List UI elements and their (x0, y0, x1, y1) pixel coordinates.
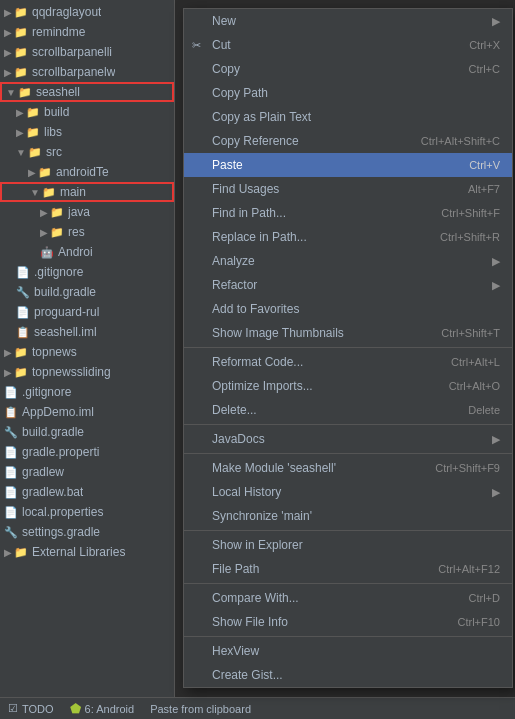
tree-item-src[interactable]: ▼📁src (0, 142, 174, 162)
file-icon: 📁 (14, 346, 28, 359)
arrow-icon: ▶ (4, 67, 12, 78)
menu-item-make-module[interactable]: Make Module 'seashell'Ctrl+Shift+F9 (184, 456, 512, 480)
android-label: 6: Android (85, 703, 135, 715)
submenu-arrow-icon: ▶ (492, 433, 500, 446)
file-icon: 📁 (50, 206, 64, 219)
tree-item-build-gradle2[interactable]: 🔧build.gradle (0, 422, 174, 442)
menu-separator (184, 424, 512, 425)
file-icon: 📁 (14, 26, 28, 39)
file-label: seashell (36, 85, 80, 99)
menu-separator (184, 453, 512, 454)
tree-item-seashell-iml[interactable]: 📋seashell.iml (0, 322, 174, 342)
file-icon: 📄 (4, 506, 18, 519)
menu-item-refactor[interactable]: Refactor▶ (184, 273, 512, 297)
android-icon: ⬟ (70, 701, 81, 716)
tree-item-AndroidM[interactable]: 🤖Androi (0, 242, 174, 262)
tree-item-gradlew[interactable]: 📄gradlew (0, 462, 174, 482)
file-label: res (68, 225, 85, 239)
tree-item-main[interactable]: ▼📁main (0, 182, 174, 202)
menu-item-file-path[interactable]: File PathCtrl+Alt+F12 (184, 557, 512, 581)
file-icon: 📋 (16, 326, 30, 339)
tree-item-scrollbarpanelli[interactable]: ▶📁scrollbarpanelli (0, 42, 174, 62)
tree-item-gitignore[interactable]: 📄.gitignore (0, 262, 174, 282)
menu-separator (184, 583, 512, 584)
menu-item-copy-ref[interactable]: Copy ReferenceCtrl+Alt+Shift+C (184, 129, 512, 153)
file-label: settings.gradle (22, 525, 100, 539)
file-icon: 🤖 (40, 246, 54, 259)
tree-item-topnews[interactable]: ▶📁topnews (0, 342, 174, 362)
menu-item-paste[interactable]: PasteCtrl+V (184, 153, 512, 177)
paste-status: Paste from clipboard (150, 703, 251, 715)
menu-item-copy-path[interactable]: Copy Path (184, 81, 512, 105)
tree-item-libs[interactable]: ▶📁libs (0, 122, 174, 142)
tree-item-gradle-prop[interactable]: 📄gradle.properti (0, 442, 174, 462)
tree-item-gradlew-bat[interactable]: 📄gradlew.bat (0, 482, 174, 502)
menu-label: HexView (212, 644, 259, 658)
menu-label: Show in Explorer (212, 538, 303, 552)
menu-item-javadocs[interactable]: JavaDocs▶ (184, 427, 512, 451)
file-icon: 🔧 (4, 426, 18, 439)
menu-item-new[interactable]: New▶ (184, 9, 512, 33)
menu-item-analyze[interactable]: Analyze▶ (184, 249, 512, 273)
menu-item-delete[interactable]: Delete...Delete (184, 398, 512, 422)
menu-item-reformat[interactable]: Reformat Code...Ctrl+Alt+L (184, 350, 512, 374)
menu-shortcut: Ctrl+Alt+F12 (438, 563, 500, 575)
file-label: scrollbarpanelli (32, 45, 112, 59)
tree-item-local-prop[interactable]: 📄local.properties (0, 502, 174, 522)
arrow-icon: ▼ (6, 87, 16, 98)
menu-shortcut: Ctrl+Alt+L (451, 356, 500, 368)
menu-item-hexview[interactable]: HexView (184, 639, 512, 663)
tree-item-seashell[interactable]: ▼📁seashell (0, 82, 174, 102)
bottom-bar: ☑ TODO ⬟ 6: Android Paste from clipboard (0, 697, 515, 719)
menu-item-show-file-info[interactable]: Show File InfoCtrl+F10 (184, 610, 512, 634)
android-panel[interactable]: ⬟ 6: Android (70, 701, 135, 716)
tree-item-ext-libraries[interactable]: ▶📁External Libraries (0, 542, 174, 562)
menu-item-show-explorer[interactable]: Show in Explorer (184, 533, 512, 557)
tree-item-build-gradle[interactable]: 🔧build.gradle (0, 282, 174, 302)
menu-item-add-favorites[interactable]: Add to Favorites (184, 297, 512, 321)
tree-item-proguard[interactable]: 📄proguard-rul (0, 302, 174, 322)
menu-item-synchronize[interactable]: Synchronize 'main' (184, 504, 512, 528)
menu-item-find-path[interactable]: Find in Path...Ctrl+Shift+F (184, 201, 512, 225)
menu-item-show-thumbnails[interactable]: Show Image ThumbnailsCtrl+Shift+T (184, 321, 512, 345)
file-label: scrollbarpanelw (32, 65, 115, 79)
file-icon: 📁 (38, 166, 52, 179)
tree-item-java[interactable]: ▶📁java (0, 202, 174, 222)
file-label: java (68, 205, 90, 219)
menu-label: Analyze (212, 254, 255, 268)
menu-shortcut: Ctrl+Shift+F9 (435, 462, 500, 474)
file-label: .gitignore (22, 385, 71, 399)
file-label: local.properties (22, 505, 103, 519)
menu-item-find-usages[interactable]: Find UsagesAlt+F7 (184, 177, 512, 201)
menu-item-create-gist[interactable]: Create Gist... (184, 663, 512, 687)
menu-item-replace-path[interactable]: Replace in Path...Ctrl+Shift+R (184, 225, 512, 249)
arrow-icon: ▶ (4, 547, 12, 558)
arrow-icon: ▶ (40, 207, 48, 218)
menu-item-local-history[interactable]: Local History▶ (184, 480, 512, 504)
menu-item-copy-plain[interactable]: Copy as Plain Text (184, 105, 512, 129)
menu-item-compare-with[interactable]: Compare With...Ctrl+D (184, 586, 512, 610)
file-icon: 🔧 (4, 526, 18, 539)
tree-item-androidTe[interactable]: ▶📁androidTe (0, 162, 174, 182)
arrow-icon: ▼ (30, 187, 40, 198)
tree-item-settings-gradle[interactable]: 🔧settings.gradle (0, 522, 174, 542)
file-label: qqdraglayout (32, 5, 101, 19)
todo-panel[interactable]: ☑ TODO (8, 702, 54, 715)
file-label: androidTe (56, 165, 109, 179)
tree-item-remindme[interactable]: ▶📁remindme (0, 22, 174, 42)
tree-item-res[interactable]: ▶📁res (0, 222, 174, 242)
tree-item-qqdraglayout[interactable]: ▶📁qqdraglayout (0, 2, 174, 22)
tree-item-AppDemo-iml[interactable]: 📋AppDemo.iml (0, 402, 174, 422)
menu-item-cut[interactable]: ✂CutCtrl+X (184, 33, 512, 57)
menu-shortcut: Ctrl+Shift+F (441, 207, 500, 219)
menu-item-copy[interactable]: CopyCtrl+C (184, 57, 512, 81)
tree-item-build[interactable]: ▶📁build (0, 102, 174, 122)
tree-item-topnewssliding[interactable]: ▶📁topnewssliding (0, 362, 174, 382)
file-label: topnewssliding (32, 365, 111, 379)
menu-label: Copy (212, 62, 240, 76)
menu-label: Show File Info (212, 615, 288, 629)
tree-item-gitignore2[interactable]: 📄.gitignore (0, 382, 174, 402)
tree-item-scrollbarpanelw[interactable]: ▶📁scrollbarpanelw (0, 62, 174, 82)
file-icon: 📁 (28, 146, 42, 159)
menu-item-optimize[interactable]: Optimize Imports...Ctrl+Alt+O (184, 374, 512, 398)
